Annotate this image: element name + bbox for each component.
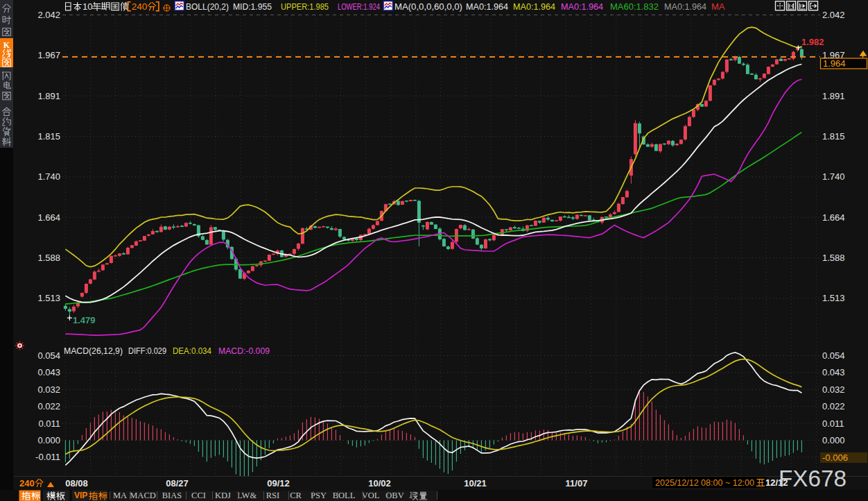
svg-text:1.588: 1.588 <box>37 253 60 263</box>
svg-text:-0.011: -0.011 <box>35 452 60 462</box>
svg-text:1.891: 1.891 <box>822 91 845 101</box>
svg-text:K: K <box>3 40 10 50</box>
svg-text:0.054: 0.054 <box>822 350 845 361</box>
svg-text:BOLL: BOLL <box>333 491 356 500</box>
svg-text:1.740: 1.740 <box>822 171 845 182</box>
svg-text:08/08: 08/08 <box>65 478 88 489</box>
svg-text:MID:1.955: MID:1.955 <box>233 1 272 12</box>
svg-text:-0.006: -0.006 <box>822 452 848 463</box>
svg-text:VIP: VIP <box>74 491 87 500</box>
svg-text:MACD(26,12,9): MACD(26,12,9) <box>64 346 123 356</box>
svg-text:RSI: RSI <box>266 491 279 500</box>
svg-text:0.011: 0.011 <box>822 418 844 429</box>
svg-text:2025/12/12 08:00 ~ 12:00: 2025/12/12 08:00 ~ 12:00 <box>655 477 754 488</box>
svg-text:MA0:1.964: MA0:1.964 <box>561 1 603 12</box>
svg-text:0.043: 0.043 <box>37 367 60 377</box>
svg-text:CR: CR <box>290 491 302 500</box>
svg-text:08/27: 08/27 <box>166 478 189 489</box>
svg-text:1.967: 1.967 <box>37 50 60 60</box>
svg-text:LW&: LW& <box>237 491 257 500</box>
svg-text:0.032: 0.032 <box>37 384 60 395</box>
svg-text:10/21: 10/21 <box>464 478 487 489</box>
svg-text:MA0:1.964: MA0:1.964 <box>664 1 706 12</box>
svg-text:1.891: 1.891 <box>37 91 60 101</box>
svg-text:1.588: 1.588 <box>822 253 845 263</box>
svg-text:MA0:1.964: MA0:1.964 <box>513 1 555 12</box>
svg-text:OBV: OBV <box>385 491 403 500</box>
svg-text:MA: MA <box>113 491 127 500</box>
svg-text:0.022: 0.022 <box>37 401 60 411</box>
svg-text:MACD: MACD <box>130 491 156 500</box>
svg-text:1.513: 1.513 <box>37 293 60 303</box>
svg-text:10: 10 <box>83 1 92 12</box>
svg-text:VOL: VOL <box>362 491 380 500</box>
svg-text:1.740: 1.740 <box>37 171 60 182</box>
svg-text:MA60:1.832: MA60:1.832 <box>610 1 659 12</box>
svg-text:10/02: 10/02 <box>368 478 391 489</box>
svg-text:1.664: 1.664 <box>822 212 845 223</box>
svg-text:KDJ: KDJ <box>215 491 231 500</box>
svg-text:1.964: 1.964 <box>823 58 846 69</box>
svg-text:1.982: 1.982 <box>801 37 824 47</box>
svg-text:MA: MA <box>711 1 725 12</box>
svg-text:MA0:1.964: MA0:1.964 <box>466 1 508 12</box>
svg-text:1.513: 1.513 <box>822 293 845 303</box>
svg-text:2.042: 2.042 <box>822 10 845 20</box>
svg-text:11/07: 11/07 <box>566 478 588 489</box>
svg-text:1.815: 1.815 <box>37 131 60 142</box>
svg-text:LOWER:1.924: LOWER:1.924 <box>338 1 380 12</box>
svg-text:09/12: 09/12 <box>267 478 290 489</box>
svg-text:MACD:-0.009: MACD:-0.009 <box>218 346 270 356</box>
svg-text:DEA:0.034: DEA:0.034 <box>173 346 211 356</box>
svg-text:0.043: 0.043 <box>822 367 845 377</box>
svg-text:UPPER:1.985: UPPER:1.985 <box>281 1 329 12</box>
svg-text:FX678: FX678 <box>779 465 847 491</box>
svg-text:0.000: 0.000 <box>37 435 60 445</box>
svg-text:240: 240 <box>19 478 35 489</box>
svg-text:0.000: 0.000 <box>822 435 845 445</box>
svg-text:240: 240 <box>132 1 148 12</box>
svg-text:MA(0,0,0,60,0,0): MA(0,0,0,60,0,0) <box>394 1 462 12</box>
svg-text:1.815: 1.815 <box>822 131 845 142</box>
svg-text:0.032: 0.032 <box>822 384 845 395</box>
svg-text:BOLL(20,2): BOLL(20,2) <box>186 1 229 12</box>
svg-text:1.664: 1.664 <box>37 212 60 223</box>
svg-text:2.042: 2.042 <box>37 10 60 20</box>
svg-text:0.011: 0.011 <box>38 418 60 429</box>
svg-text:1.479: 1.479 <box>73 315 96 325</box>
svg-text:CCI: CCI <box>191 491 206 500</box>
svg-text:0.022: 0.022 <box>822 401 845 411</box>
svg-text:0.054: 0.054 <box>37 350 60 361</box>
svg-text:BIAS: BIAS <box>162 491 182 500</box>
svg-text:DIFF:0.029: DIFF:0.029 <box>128 346 166 356</box>
